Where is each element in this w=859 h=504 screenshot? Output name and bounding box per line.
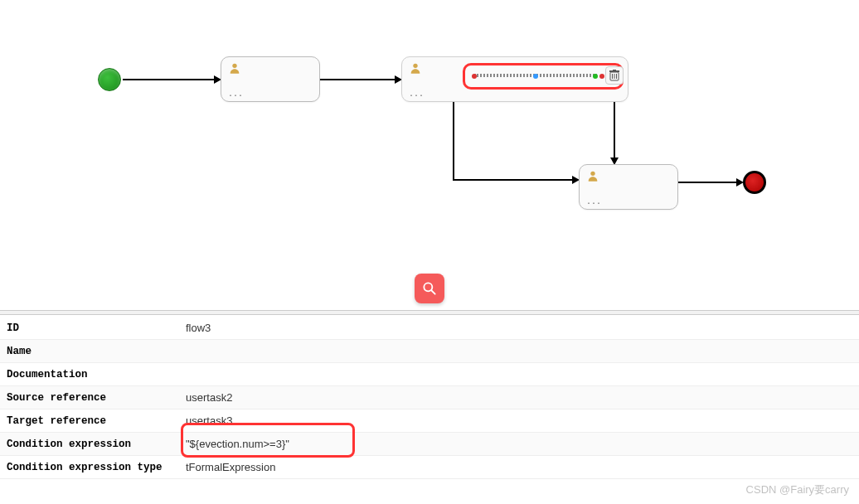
flow-arrow[interactable]	[614, 102, 615, 158]
prop-label: Condition expression	[7, 439, 181, 450]
panel-divider[interactable]	[0, 310, 859, 315]
prop-value-targetref[interactable]: usertask3	[181, 412, 852, 429]
prop-value-doc[interactable]	[181, 372, 852, 377]
flow-arrow[interactable]	[123, 79, 214, 80]
prop-value-name[interactable]	[181, 349, 852, 354]
prop-label: Source reference	[7, 392, 181, 404]
svg-point-1	[413, 64, 417, 68]
start-event[interactable]	[98, 68, 121, 91]
task-label: ...	[586, 197, 601, 206]
prop-value-condexpr[interactable]: "${evection.num>=3}"	[181, 435, 852, 453]
diagram-canvas[interactable]: ... ... ...	[0, 0, 859, 298]
flow-arrow[interactable]	[320, 79, 395, 80]
prop-row-sourceref: Source reference usertask2	[0, 386, 859, 410]
prop-row-targetref: Target reference usertask3	[0, 410, 859, 433]
prop-row-condtype: Condition expression type tFormalExpress…	[0, 456, 859, 479]
prop-row-condexpr: Condition expression "${evection.num>=3}…	[0, 433, 859, 456]
flow-handle-target[interactable]	[599, 74, 604, 79]
prop-value-id[interactable]: flow3	[181, 319, 852, 337]
prop-label: Condition expression type	[7, 462, 181, 473]
user-task-2[interactable]: ...	[401, 56, 628, 102]
prop-value-condtype[interactable]: tFormalExpression	[181, 458, 852, 476]
prop-row-doc: Documentation	[0, 363, 859, 386]
prop-row-id: ID flow3	[0, 317, 859, 340]
svg-point-0	[232, 64, 236, 68]
svg-point-8	[590, 172, 595, 176]
user-icon	[409, 61, 422, 78]
properties-panel: ID flow3 Name Documentation Source refer…	[0, 317, 859, 479]
prop-value-sourceref[interactable]: usertask2	[181, 389, 852, 406]
watermark: CSDN @Fairy要carry	[746, 482, 849, 497]
flow-arrow[interactable]	[453, 179, 573, 181]
user-task-3[interactable]: ...	[579, 164, 678, 210]
task-label: ...	[228, 90, 243, 99]
user-icon	[586, 169, 599, 186]
user-icon	[228, 61, 241, 78]
flow-arrow[interactable]	[453, 102, 454, 181]
prop-label: Documentation	[7, 369, 181, 380]
svg-rect-7	[613, 70, 616, 71]
task-label: ...	[409, 90, 424, 99]
delete-button[interactable]	[605, 66, 624, 85]
trash-icon	[609, 70, 619, 81]
user-task-1[interactable]: ...	[221, 56, 320, 102]
prop-label: ID	[7, 322, 181, 334]
flow-handle-mid[interactable]	[533, 74, 538, 79]
flow-handle-start[interactable]	[472, 74, 477, 79]
search-button[interactable]	[415, 274, 444, 303]
end-event[interactable]	[743, 171, 766, 194]
flow-arrow[interactable]	[678, 182, 736, 183]
search-icon	[421, 280, 438, 297]
flow-handle-end[interactable]	[593, 74, 598, 79]
svg-point-9	[424, 283, 432, 291]
svg-line-10	[432, 291, 435, 294]
prop-label: Target reference	[7, 415, 181, 427]
prop-row-name: Name	[0, 340, 859, 363]
prop-label: Name	[7, 346, 181, 357]
